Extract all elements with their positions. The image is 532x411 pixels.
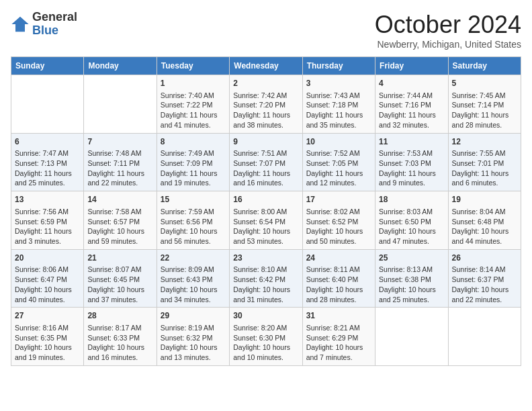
day-number: 10	[306, 136, 371, 148]
day-number: 9	[233, 136, 298, 148]
sunrise-text: Sunrise: 8:09 AM	[161, 265, 214, 273]
sunrise-text: Sunrise: 7:56 AM	[15, 208, 69, 216]
sunset-text: Sunset: 6:29 PM	[306, 334, 359, 342]
daylight-text: Daylight: 10 hours and 10 minutes.	[233, 343, 290, 361]
day-number: 24	[306, 253, 371, 264]
sunset-text: Sunset: 6:56 PM	[161, 218, 213, 226]
daylight-text: Daylight: 10 hours and 40 minutes.	[15, 285, 72, 304]
sunrise-text: Sunrise: 7:43 AM	[306, 91, 360, 99]
sunset-text: Sunset: 7:03 PM	[379, 159, 431, 167]
logo: General Blue	[11, 11, 77, 38]
sunset-text: Sunset: 7:09 PM	[161, 159, 213, 167]
daylight-text: Daylight: 11 hours and 22 minutes.	[87, 169, 144, 187]
calendar-cell: 14Sunrise: 7:58 AMSunset: 6:57 PMDayligh…	[84, 191, 157, 250]
daylight-text: Daylight: 10 hours and 19 minutes.	[15, 343, 72, 361]
sunset-text: Sunset: 6:54 PM	[233, 218, 285, 226]
calendar-week-row: 20Sunrise: 8:06 AMSunset: 6:47 PMDayligh…	[11, 249, 521, 308]
generalblue-logo-icon	[11, 15, 30, 34]
calendar-cell: 17Sunrise: 8:02 AMSunset: 6:52 PMDayligh…	[302, 191, 375, 250]
sunrise-text: Sunrise: 7:59 AM	[161, 208, 214, 216]
sunset-text: Sunset: 6:52 PM	[306, 218, 359, 226]
sunset-text: Sunset: 7:16 PM	[379, 101, 431, 109]
day-number: 7	[87, 136, 152, 148]
logo-text: General Blue	[32, 11, 77, 38]
sunset-text: Sunset: 6:38 PM	[379, 275, 431, 283]
calendar-cell: 27Sunrise: 8:16 AMSunset: 6:35 PMDayligh…	[11, 308, 84, 366]
sunrise-text: Sunrise: 7:45 AM	[452, 91, 506, 99]
sunrise-text: Sunrise: 8:20 AM	[233, 324, 287, 332]
sunset-text: Sunset: 6:32 PM	[161, 334, 213, 342]
sunrise-text: Sunrise: 8:21 AM	[306, 324, 360, 332]
sunrise-text: Sunrise: 8:13 AM	[379, 265, 433, 273]
day-number: 5	[452, 78, 517, 89]
daylight-text: Daylight: 11 hours and 9 minutes.	[379, 169, 436, 187]
sunrise-text: Sunrise: 8:02 AM	[306, 208, 360, 216]
daylight-text: Daylight: 11 hours and 38 minutes.	[233, 111, 290, 129]
sunrise-text: Sunrise: 8:11 AM	[306, 265, 360, 273]
calendar-cell: 18Sunrise: 8:03 AMSunset: 6:50 PMDayligh…	[375, 191, 448, 250]
column-header-friday: Friday	[375, 57, 448, 75]
day-number: 17	[306, 194, 371, 205]
sunrise-text: Sunrise: 7:53 AM	[379, 149, 433, 157]
sunrise-text: Sunrise: 8:10 AM	[233, 265, 287, 273]
header-row: SundayMondayTuesdayWednesdayThursdayFrid…	[11, 57, 521, 75]
sunrise-text: Sunrise: 8:00 AM	[233, 208, 287, 216]
daylight-text: Daylight: 11 hours and 6 minutes.	[452, 169, 509, 187]
calendar-week-row: 6Sunrise: 7:47 AMSunset: 7:13 PMDaylight…	[11, 133, 521, 191]
day-number: 29	[161, 310, 226, 322]
sunset-text: Sunset: 6:48 PM	[452, 218, 504, 226]
day-number: 12	[452, 136, 517, 148]
sunrise-text: Sunrise: 8:03 AM	[379, 208, 433, 216]
sunset-text: Sunset: 7:20 PM	[233, 101, 285, 109]
daylight-text: Daylight: 10 hours and 44 minutes.	[452, 227, 509, 245]
day-number: 19	[452, 194, 517, 205]
column-header-saturday: Saturday	[448, 57, 521, 75]
daylight-text: Daylight: 11 hours and 32 minutes.	[379, 111, 436, 129]
page-header: General Blue October 2024 Newberry, Mich…	[11, 11, 521, 50]
daylight-text: Daylight: 10 hours and 7 minutes.	[306, 343, 363, 361]
day-number: 28	[87, 310, 152, 322]
day-number: 25	[379, 253, 444, 264]
day-number: 31	[306, 310, 371, 322]
day-number: 15	[161, 194, 226, 205]
calendar-cell	[84, 75, 157, 134]
calendar-cell: 2Sunrise: 7:42 AMSunset: 7:20 PMDaylight…	[230, 75, 302, 134]
sunrise-text: Sunrise: 7:48 AM	[87, 149, 141, 157]
sunrise-text: Sunrise: 8:14 AM	[452, 265, 506, 273]
calendar-cell: 1Sunrise: 7:40 AMSunset: 7:22 PMDaylight…	[157, 75, 229, 134]
sunset-text: Sunset: 7:22 PM	[161, 101, 213, 109]
day-number: 21	[87, 253, 152, 264]
sunrise-text: Sunrise: 7:52 AM	[306, 149, 360, 157]
sunrise-text: Sunrise: 8:17 AM	[87, 324, 141, 332]
calendar-cell: 7Sunrise: 7:48 AMSunset: 7:11 PMDaylight…	[84, 133, 157, 191]
column-header-monday: Monday	[84, 57, 157, 75]
calendar-week-row: 13Sunrise: 7:56 AMSunset: 6:59 PMDayligh…	[11, 191, 521, 250]
sunset-text: Sunset: 6:37 PM	[452, 275, 504, 283]
daylight-text: Daylight: 11 hours and 28 minutes.	[452, 111, 509, 129]
sunrise-text: Sunrise: 7:40 AM	[161, 91, 214, 99]
daylight-text: Daylight: 10 hours and 22 minutes.	[452, 285, 509, 304]
daylight-text: Daylight: 10 hours and 56 minutes.	[161, 227, 218, 245]
calendar-cell: 9Sunrise: 7:51 AMSunset: 7:07 PMDaylight…	[230, 133, 302, 191]
day-number: 4	[379, 78, 444, 89]
column-header-sunday: Sunday	[11, 57, 84, 75]
daylight-text: Daylight: 10 hours and 47 minutes.	[379, 227, 436, 245]
sunrise-text: Sunrise: 7:58 AM	[87, 208, 141, 216]
calendar-cell	[11, 75, 84, 134]
logo-blue: Blue	[32, 24, 58, 37]
day-number: 1	[161, 78, 226, 89]
daylight-text: Daylight: 10 hours and 25 minutes.	[379, 285, 436, 304]
daylight-text: Daylight: 11 hours and 16 minutes.	[233, 169, 290, 187]
sunrise-text: Sunrise: 7:42 AM	[233, 91, 287, 99]
sunset-text: Sunset: 7:05 PM	[306, 159, 359, 167]
day-number: 8	[161, 136, 226, 148]
sunrise-text: Sunrise: 8:16 AM	[15, 324, 69, 332]
daylight-text: Daylight: 10 hours and 59 minutes.	[87, 227, 144, 245]
day-number: 30	[233, 310, 298, 322]
day-number: 22	[161, 253, 226, 264]
daylight-text: Daylight: 10 hours and 28 minutes.	[306, 285, 363, 304]
calendar-cell: 25Sunrise: 8:13 AMSunset: 6:38 PMDayligh…	[375, 249, 448, 308]
sunset-text: Sunset: 6:47 PM	[15, 275, 67, 283]
calendar-cell: 29Sunrise: 8:19 AMSunset: 6:32 PMDayligh…	[157, 308, 229, 366]
column-header-wednesday: Wednesday	[230, 57, 302, 75]
